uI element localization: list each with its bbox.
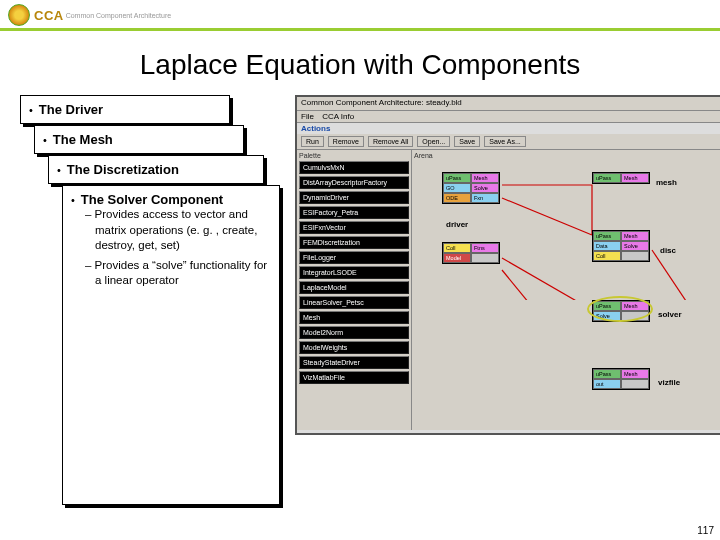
palette-item[interactable]: VizMatlabFile — [299, 371, 409, 384]
menu-file[interactable]: File — [301, 112, 314, 121]
card-driver-label: The Driver — [39, 102, 103, 117]
label-solver: solver — [658, 310, 682, 319]
remove-button[interactable]: Remove — [328, 136, 364, 147]
palette-item[interactable]: Mesh — [299, 311, 409, 324]
card-mesh-label: The Mesh — [53, 132, 113, 147]
component-driver[interactable]: uPassMesh GOSolve ODEFxn — [442, 172, 500, 204]
palette-item[interactable]: LaplaceModel — [299, 281, 409, 294]
palette-item[interactable]: LinearSolver_Petsc — [299, 296, 409, 309]
palette-item[interactable]: CumulvsMxN — [299, 161, 409, 174]
arena-label: Arena — [414, 152, 720, 159]
palette-item[interactable]: ESIFactory_Petra — [299, 206, 409, 219]
arena-panel: Arena uPassMesh GOSolve ODEFxn driver u — [412, 150, 720, 430]
run-button[interactable]: Run — [301, 136, 324, 147]
card-discretization: •The Discretization — [48, 155, 264, 184]
palette-item[interactable]: FEMDiscretization — [299, 236, 409, 249]
palette-item[interactable]: Model2Norm — [299, 326, 409, 339]
card-solver-title: The Solver Component — [81, 192, 223, 207]
remove-all-button[interactable]: Remove All — [368, 136, 413, 147]
card-mesh: •The Mesh — [34, 125, 244, 154]
palette-item[interactable]: DynamicDriver — [299, 191, 409, 204]
palette-item[interactable]: DistArrayDescriptorFactory — [299, 176, 409, 189]
menu-actions[interactable]: Actions — [297, 123, 720, 134]
label-mesh: mesh — [656, 178, 677, 187]
palette-item[interactable]: IntegratorLSODE — [299, 266, 409, 279]
header-divider — [0, 28, 720, 31]
cca-logo-icon — [8, 4, 30, 26]
palette-panel: Palette CumulvsMxN DistArrayDescriptorFa… — [297, 150, 412, 430]
card-driver: •The Driver — [20, 95, 230, 124]
palette-item[interactable]: ESIFxnVector — [299, 221, 409, 234]
card-solver: •The Solver Component – Provides access … — [62, 185, 280, 505]
solver-bullet-2: – Provides a “solve” functionality for a… — [85, 258, 271, 289]
label-vizfile: vizfile — [658, 378, 680, 387]
component-mesh[interactable]: uPassMesh — [592, 172, 650, 184]
palette-label: Palette — [299, 152, 409, 159]
page-number: 117 — [697, 525, 714, 536]
label-disc: disc — [660, 246, 676, 255]
label-driver: driver — [446, 220, 468, 229]
component-disc[interactable]: uPassMesh DataSolve Coll — [592, 230, 650, 262]
window-titlebar: Common Component Architecture: steady.bl… — [297, 97, 720, 111]
toolbar: Run Remove Remove All Open... Save Save … — [297, 134, 720, 150]
open-button[interactable]: Open... — [417, 136, 450, 147]
component-vizfile[interactable]: uPassMesh out — [592, 368, 650, 390]
component-coll[interactable]: CollFtns Model — [442, 242, 500, 264]
palette-item[interactable]: FileLogger — [299, 251, 409, 264]
menu-ccainfo[interactable]: CCA Info — [322, 112, 354, 121]
card-disc-label: The Discretization — [67, 162, 179, 177]
palette-item[interactable]: SteadyStateDriver — [299, 356, 409, 369]
menu-bar: File CCA Info — [297, 111, 720, 123]
save-as-button[interactable]: Save As... — [484, 136, 526, 147]
cca-builder-window: Common Component Architecture: steady.bl… — [295, 95, 720, 435]
slide-title: Laplace Equation with Components — [0, 49, 720, 81]
header-abbr: CCA — [34, 8, 64, 23]
save-button[interactable]: Save — [454, 136, 480, 147]
highlight-ring-icon — [587, 296, 653, 322]
header-subtitle: Common Component Architecture — [66, 12, 171, 19]
palette-item[interactable]: ModelWeights — [299, 341, 409, 354]
solver-bullet-1: – Provides access to vector and matrix o… — [85, 207, 271, 254]
